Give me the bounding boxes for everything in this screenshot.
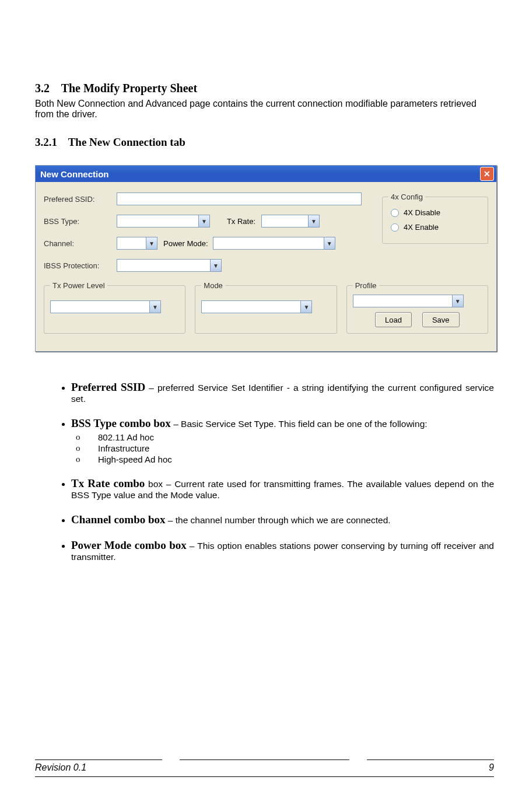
list-item: oInfrastructure: [76, 443, 494, 453]
chevron-down-icon: ▼: [308, 215, 319, 227]
ibss-label: IBSS Protection:: [44, 261, 117, 270]
radio-4x-disable[interactable]: 4X Disable: [391, 208, 482, 217]
chevron-down-icon: ▼: [149, 301, 160, 313]
section-intro: Both New Connection and Advanced page co…: [35, 99, 494, 120]
mode-group: Mode ▼: [195, 281, 337, 334]
bss-label: BSS Type:: [44, 217, 117, 226]
profile-combo[interactable]: ▼: [353, 295, 464, 307]
sub-bullet: o: [76, 432, 84, 442]
footer-rule: [35, 760, 162, 760]
sub-text: 802.11 Ad hoc: [98, 432, 154, 442]
ibss-protection-combo[interactable]: ▼: [117, 259, 222, 272]
tx-power-level-group: Tx Power Level ▼: [44, 281, 185, 334]
close-icon: ✕: [484, 169, 491, 178]
sub-bullet: o: [76, 454, 84, 464]
dialog-titlebar: New Connection ✕: [36, 166, 496, 182]
ssid-input[interactable]: [117, 192, 362, 205]
txrate-label: Tx Rate:: [210, 217, 255, 226]
footer-rule: [180, 760, 349, 760]
section-num: 3.2: [35, 82, 50, 94]
close-button[interactable]: ✕: [480, 167, 494, 181]
chevron-down-icon: ▼: [146, 237, 157, 249]
list-item: Tx Rate combo box – Current rate used fo…: [71, 477, 494, 501]
ssid-label: Prefered SSID:: [44, 195, 117, 204]
page-footer: Revision 0.1 9: [35, 758, 494, 777]
channel-combo[interactable]: ▼: [117, 237, 157, 250]
list-item: Preferred SSID – preferred Service Set I…: [71, 381, 494, 404]
footer-revision: Revision 0.1: [35, 762, 86, 773]
feature-term: BSS Type combo box: [71, 417, 171, 429]
tx-power-legend: Tx Power Level: [50, 281, 107, 290]
sub-text: High-speed Ad hoc: [98, 454, 172, 464]
list-item: oHigh-speed Ad hoc: [76, 454, 494, 464]
feature-term: Channel combo box: [71, 513, 166, 526]
radio-icon: [391, 223, 399, 232]
chevron-down-icon: ▼: [300, 301, 311, 313]
section-heading: 3.2 The Modify Property Sheet: [35, 82, 494, 95]
new-connection-dialog: New Connection ✕ 4x Config 4X Disable 4X…: [35, 165, 497, 352]
channel-label: Channel:: [44, 239, 117, 248]
subsection-title: The New Connection tab: [68, 136, 185, 148]
feature-desc: – Basic Service Set Type. This field can…: [171, 419, 428, 429]
load-button[interactable]: Load: [375, 312, 412, 327]
list-item: o802.11 Ad hoc: [76, 432, 494, 442]
footer-rule-long: [35, 776, 494, 777]
feature-term: Tx Rate combo: [71, 477, 145, 489]
power-label: Power Mode:: [163, 239, 208, 248]
profile-legend: Profile: [353, 281, 379, 290]
subsection-heading: 3.2.1 The New Connection tab: [35, 136, 494, 149]
footer-page: 9: [489, 762, 494, 773]
fourx-config-group: 4x Config 4X Disable 4X Enable: [382, 192, 488, 244]
sub-bullet: o: [76, 443, 84, 453]
profile-group: Profile ▼ Load Save: [346, 281, 488, 334]
fourx-legend: 4x Config: [388, 192, 425, 201]
list-item: Channel combo box – the channel number t…: [71, 513, 494, 526]
radio-4x-enable-label: 4X Enable: [404, 223, 439, 232]
feature-term: Power Mode combo box: [71, 539, 187, 551]
footer-rule: [367, 760, 494, 760]
feature-term: Preferred SSID: [71, 381, 145, 393]
save-button[interactable]: Save: [422, 312, 460, 327]
chevron-down-icon: ▼: [198, 215, 209, 227]
tx-power-level-combo[interactable]: ▼: [50, 300, 161, 313]
bss-type-combo[interactable]: ▼: [117, 215, 210, 228]
chevron-down-icon: ▼: [210, 260, 221, 271]
power-mode-combo[interactable]: ▼: [213, 237, 335, 250]
section-title: The Modify Property Sheet: [61, 82, 198, 94]
dialog-title: New Connection: [40, 169, 109, 179]
radio-4x-disable-label: 4X Disable: [404, 208, 440, 217]
radio-4x-enable[interactable]: 4X Enable: [391, 223, 482, 232]
sub-text: Infrastructure: [98, 443, 149, 453]
feature-desc: – the channel number through which we ar…: [166, 515, 391, 525]
chevron-down-icon: ▼: [452, 295, 463, 307]
feature-list: Preferred SSID – preferred Service Set I…: [35, 381, 494, 562]
chevron-down-icon: ▼: [324, 237, 335, 249]
mode-legend: Mode: [201, 281, 225, 290]
subsection-num: 3.2.1: [35, 136, 57, 148]
mode-combo[interactable]: ▼: [201, 300, 312, 313]
list-item: Power Mode combo box – This option enabl…: [71, 539, 494, 562]
tx-rate-combo[interactable]: ▼: [261, 215, 320, 228]
sub-list: o802.11 Ad hoc oInfrastructure oHigh-spe…: [71, 432, 494, 464]
list-item: BSS Type combo box – Basic Service Set T…: [71, 417, 494, 464]
radio-icon: [391, 209, 399, 217]
